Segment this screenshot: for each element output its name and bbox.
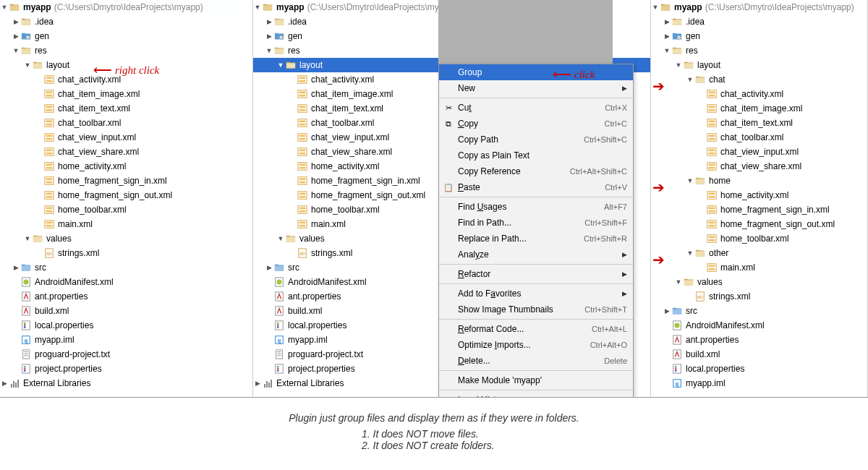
tree-values[interactable]: ▼values <box>651 275 867 289</box>
menu-item-copy-path[interactable]: Copy PathCtrl+Shift+C <box>439 132 633 148</box>
tree-layout[interactable]: ▼layout <box>651 58 867 72</box>
tree-root[interactable]: ▼myapp(C:\Users\Dmytro\IdeaProjects\myap… <box>651 0 867 14</box>
tree-layout-file[interactable]: ▶home_activity.xml <box>0 159 252 174</box>
tree-iml[interactable]: ▶ijmyapp.iml <box>0 333 252 347</box>
expand-arrow-icon[interactable]: ▶ <box>12 18 20 25</box>
tree-build[interactable]: ▶build.xml <box>651 347 867 362</box>
tree-root[interactable]: ▼myapp(C:\Users\Dmytro\IdeaProjects\myap… <box>0 0 252 14</box>
expand-arrow-icon[interactable]: ▶ <box>265 18 273 25</box>
expand-arrow-icon[interactable]: ▼ <box>276 235 285 242</box>
tree-layout-file[interactable]: ▶home_toolbar.xml <box>0 202 252 217</box>
expand-arrow-icon[interactable]: ▼ <box>12 47 20 54</box>
tree-group-home[interactable]: ▼home <box>651 174 867 188</box>
tree-strings[interactable]: ▶abstrings.xml <box>651 289 867 304</box>
expand-arrow-icon[interactable]: ▼ <box>686 249 694 257</box>
project-tree-after[interactable]: ▼myapp(C:\Users\Dmytro\IdeaProjects\myap… <box>651 0 867 390</box>
menu-item-copy[interactable]: ⧉CopyCtrl+C <box>439 116 633 132</box>
expand-arrow-icon[interactable]: ▼ <box>651 4 660 11</box>
tree-manifest[interactable]: ▶AndroidManifest.xml <box>651 318 867 333</box>
expand-arrow-icon[interactable]: ▼ <box>276 61 285 69</box>
tree-layout-file[interactable]: ▶chat_activity.xml <box>651 87 867 101</box>
tree-local[interactable]: ▶local.properties <box>0 318 252 333</box>
tree-layout[interactable]: ▼layout <box>0 58 252 72</box>
expand-arrow-icon[interactable]: ▶ <box>12 33 20 40</box>
menu-item-local-history[interactable]: Local History▶ <box>439 392 633 397</box>
expand-arrow-icon[interactable]: ▶ <box>253 380 262 387</box>
expand-arrow-icon[interactable]: ▼ <box>686 76 694 83</box>
tree-gen[interactable]: ▶gen <box>0 29 252 43</box>
tree-local[interactable]: ▶local.properties <box>651 362 867 376</box>
tree-layout-file[interactable]: ▶home_toolbar.xml <box>651 231 867 246</box>
tree-layout-file[interactable]: ▶chat_activity.xml <box>0 72 252 87</box>
expand-arrow-icon[interactable]: ▼ <box>686 177 694 184</box>
tree-projprops[interactable]: ▶project.properties <box>0 362 252 376</box>
tree-idea[interactable]: ▶.idea <box>0 14 252 29</box>
tree-layout-file[interactable]: ▶chat_item_image.xml <box>0 87 252 101</box>
tree-layout-file[interactable]: ▶chat_toolbar.xml <box>0 116 252 130</box>
tree-group-chat[interactable]: ▼chat <box>651 72 867 87</box>
tree-layout-file[interactable]: ▶home_fragment_sign_out.xml <box>0 188 252 202</box>
project-tree-before[interactable]: ▼myapp(C:\Users\Dmytro\IdeaProjects\myap… <box>0 0 252 390</box>
expand-arrow-icon[interactable]: ▼ <box>253 4 262 11</box>
tree-layout-file[interactable]: ▶home_fragment_sign_in.xml <box>0 174 252 188</box>
expand-arrow-icon[interactable]: ▼ <box>674 61 683 69</box>
menu-item-new[interactable]: New▶ <box>439 80 633 96</box>
menu-item-copy-as-plain-text[interactable]: Copy as Plain Text <box>439 148 633 163</box>
tree-ant[interactable]: ▶ant.properties <box>651 333 867 347</box>
menu-item-delete[interactable]: Delete...Delete <box>439 353 633 369</box>
expand-arrow-icon[interactable]: ▶ <box>265 33 273 40</box>
tree-layout-file[interactable]: ▶home_activity.xml <box>651 188 867 202</box>
menu-item-optimize-imports[interactable]: Optimize Imports...Ctrl+Alt+O <box>439 337 633 353</box>
expand-arrow-icon[interactable]: ▶ <box>663 33 671 40</box>
tree-layout-file[interactable]: ▶chat_item_text.xml <box>651 116 867 130</box>
menu-item-show-image-thumbnails[interactable]: Show Image ThumbnailsCtrl+Shift+T <box>439 302 633 317</box>
tree-iml[interactable]: ▶ijmyapp.iml <box>651 376 867 390</box>
menu-item-make-module-myapp[interactable]: Make Module 'myapp' <box>439 372 633 388</box>
menu-item-analyze[interactable]: Analyze▶ <box>439 247 633 262</box>
tree-src[interactable]: ▶src <box>0 260 252 275</box>
context-menu[interactable]: GroupNew▶✂CutCtrl+X⧉CopyCtrl+CCopy PathC… <box>438 64 634 397</box>
expand-arrow-icon[interactable]: ▶ <box>265 264 273 271</box>
tree-proguard[interactable]: ▶proguard-project.txt <box>0 347 252 362</box>
tree-group-other[interactable]: ▼other <box>651 246 867 260</box>
tree-layout-file[interactable]: ▶chat_toolbar.xml <box>651 130 867 145</box>
tree-res[interactable]: ▼res <box>0 43 252 58</box>
tree-ant[interactable]: ▶ant.properties <box>0 289 252 304</box>
menu-item-find-usages[interactable]: Find UsagesAlt+F7 <box>439 199 633 215</box>
menu-item-reformat-code[interactable]: Reformat Code...Ctrl+Alt+L <box>439 321 633 337</box>
expand-arrow-icon[interactable]: ▼ <box>674 278 683 286</box>
tree-build[interactable]: ▶build.xml <box>0 304 252 318</box>
tree-layout-file[interactable]: ▶chat_view_input.xml <box>0 130 252 145</box>
expand-arrow-icon[interactable]: ▶ <box>12 264 20 271</box>
tree-src[interactable]: ▶src <box>651 304 867 318</box>
expand-arrow-icon[interactable]: ▼ <box>663 47 671 54</box>
tree-layout-file[interactable]: ▶main.xml <box>651 260 867 275</box>
tree-layout-file[interactable]: ▶chat_item_text.xml <box>0 101 252 116</box>
menu-item-replace-in-path[interactable]: Replace in Path...Ctrl+Shift+R <box>439 231 633 247</box>
expand-arrow-icon[interactable]: ▶ <box>663 307 671 315</box>
tree-layout-file[interactable]: ▶main.xml <box>0 217 252 231</box>
menu-item-refactor[interactable]: Refactor▶ <box>439 266 633 282</box>
tree-layout-file[interactable]: ▶home_fragment_sign_in.xml <box>651 202 867 217</box>
menu-item-add-to-favorites[interactable]: Add to Favorites▶ <box>439 286 633 302</box>
tree-gen[interactable]: ▶gen <box>651 29 867 43</box>
expand-arrow-icon[interactable]: ▼ <box>23 61 32 69</box>
tree-idea[interactable]: ▶.idea <box>651 14 867 29</box>
menu-item-paste[interactable]: 📋PasteCtrl+V <box>439 179 633 195</box>
expand-arrow-icon[interactable]: ▼ <box>265 47 273 54</box>
tree-values[interactable]: ▼values <box>0 231 252 246</box>
menu-item-copy-reference[interactable]: Copy ReferenceCtrl+Alt+Shift+C <box>439 163 633 179</box>
tree-layout-file[interactable]: ▶home_fragment_sign_out.xml <box>651 217 867 231</box>
expand-arrow-icon[interactable]: ▼ <box>0 4 9 11</box>
tree-layout-file[interactable]: ▶chat_view_input.xml <box>651 145 867 159</box>
expand-arrow-icon[interactable]: ▶ <box>663 18 671 25</box>
menu-item-find-in-path[interactable]: Find in Path...Ctrl+Shift+F <box>439 215 633 231</box>
tree-external-libs[interactable]: ▶External Libraries <box>0 376 252 390</box>
tree-layout-file[interactable]: ▶chat_view_share.xml <box>0 145 252 159</box>
tree-layout-file[interactable]: ▶chat_item_image.xml <box>651 101 867 116</box>
tree-res[interactable]: ▼res <box>651 43 867 58</box>
tree-strings[interactable]: ▶abstrings.xml <box>0 246 252 260</box>
tree-manifest[interactable]: ▶AndroidManifest.xml <box>0 275 252 289</box>
expand-arrow-icon[interactable]: ▶ <box>0 380 9 387</box>
tree-layout-file[interactable]: ▶chat_view_share.xml <box>651 159 867 174</box>
